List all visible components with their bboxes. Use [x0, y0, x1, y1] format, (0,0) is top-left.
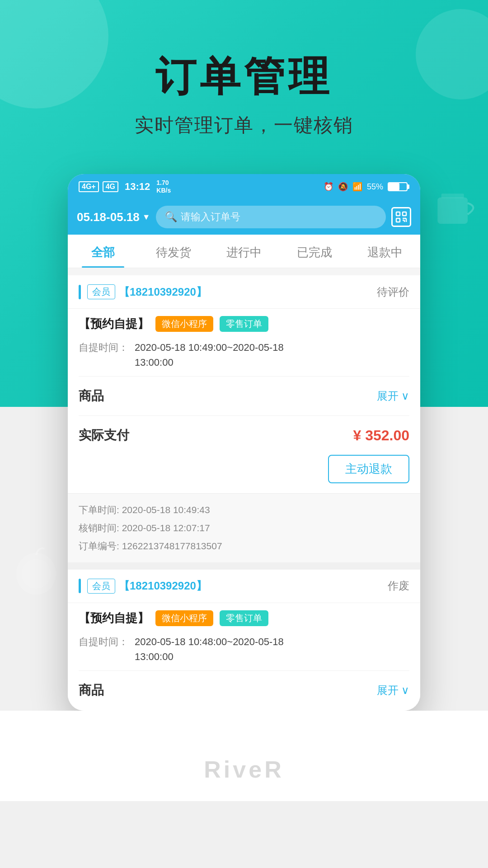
left-bar-1	[79, 285, 81, 299]
goods-row-1: 商品 展开 ∨	[79, 383, 409, 409]
alarm-icon: ⏰	[324, 182, 333, 192]
chevron-down-icon: ▼	[142, 212, 150, 222]
badge-retail-2: 零售订单	[220, 610, 268, 626]
member-phone-1[interactable]: 【18210392920】	[119, 285, 207, 299]
page-title: 订单管理	[0, 54, 488, 99]
page-subtitle: 实时管理订单，一键核销	[0, 113, 488, 138]
bottom-area: RiveR	[0, 711, 488, 801]
cup-decoration	[429, 190, 483, 235]
goods-row-2: 商品 展开 ∨	[79, 677, 409, 703]
search-placeholder: 请输入订单号	[181, 210, 240, 224]
tab-bar: 全部 待发货 进行中 已完成 退款中	[68, 235, 420, 268]
expand-btn-2[interactable]: 展开 ∨	[377, 683, 409, 698]
status-left: 4G+ 4G 13:12 1.70KB/s	[79, 179, 171, 194]
order-type-text-2: 【预约自提】	[79, 610, 149, 626]
divider-2	[79, 415, 409, 416]
order-header-2: 会员 【18210392920】 作废	[68, 570, 420, 603]
member-badge-1: 会员	[87, 284, 115, 299]
status-right: ⏰ 🔕 📶 55%	[324, 182, 409, 192]
order-header-1: 会员 【18210392920】 待评价	[68, 275, 420, 309]
action-row-1: 主动退款	[79, 448, 409, 486]
pickup-label-2: 自提时间：	[79, 634, 128, 664]
tab-pending[interactable]: 待发货	[138, 235, 209, 268]
order-card-2: 会员 【18210392920】 作废 【预约自提】 微信小程序 零售订单 自提…	[68, 570, 420, 711]
status-bar: 4G+ 4G 13:12 1.70KB/s ⏰ 🔕 📶 55%	[68, 174, 420, 199]
pickup-time-row-1: 自提时间： 2020-05-18 10:49:00~2020-05-1813:0…	[79, 340, 409, 370]
nav-bar: 05.18-05.18 ▼ 🔍 请输入订单号	[68, 199, 420, 235]
pickup-label-1: 自提时间：	[79, 340, 128, 370]
footer-order-no: 订单编号: 1262213748177813507	[79, 537, 409, 555]
order-card-1: 会员 【18210392920】 待评价 【预约自提】 微信小程序 零售订单 自…	[68, 275, 420, 562]
goods-label-1: 商品	[79, 387, 104, 405]
divider-3	[79, 670, 409, 671]
payment-row-1: 实际支付 ¥ 352.00	[79, 422, 409, 448]
member-badge-2: 会员	[87, 579, 115, 594]
svg-rect-4	[396, 212, 400, 216]
expand-btn-1[interactable]: 展开 ∨	[377, 389, 409, 403]
tab-all[interactable]: 全部	[68, 235, 138, 268]
chevron-down-icon-goods: ∨	[401, 390, 409, 402]
battery-bar	[388, 182, 409, 191]
scan-icon[interactable]	[391, 207, 411, 227]
pickup-value-2: 2020-05-18 10:48:00~2020-05-1813:00:00	[135, 634, 284, 664]
search-icon: 🔍	[165, 211, 177, 223]
pickup-time-row-2: 自提时间： 2020-05-18 10:48:00~2020-05-1813:0…	[79, 634, 409, 664]
order-type-row-2: 【预约自提】 微信小程序 零售订单	[79, 610, 409, 626]
badge-retail-1: 零售订单	[220, 316, 268, 332]
refund-button-1[interactable]: 主动退款	[328, 455, 409, 483]
tab-completed[interactable]: 已完成	[279, 235, 350, 268]
header-section: 订单管理 实时管理订单，一键核销	[0, 0, 488, 138]
order-status-1: 待评价	[377, 285, 409, 299]
divider-1	[79, 376, 409, 377]
left-bar-2	[79, 579, 81, 593]
status-speed: 1.70KB/s	[156, 179, 171, 194]
order-footer-1: 下单时间: 2020-05-18 10:49:43 核销时间: 2020-05-…	[68, 493, 420, 562]
payment-label-1: 实际支付	[79, 427, 129, 444]
svg-rect-3	[441, 193, 464, 198]
tab-inprogress[interactable]: 进行中	[209, 235, 279, 268]
search-box[interactable]: 🔍 请输入订单号	[156, 206, 386, 228]
phone-mockup: 4G+ 4G 13:12 1.70KB/s ⏰ 🔕 📶 55% 05.18-05…	[68, 174, 420, 711]
battery-percent: 55%	[367, 182, 383, 192]
svg-point-1	[22, 559, 51, 589]
order-type-row-1: 【预约自提】 微信小程序 零售订单	[79, 316, 409, 332]
chevron-down-icon-goods-2: ∨	[401, 684, 409, 697]
apple-decoration	[9, 542, 63, 597]
svg-rect-5	[403, 212, 406, 216]
svg-rect-2	[437, 198, 468, 224]
order-body-2: 【预约自提】 微信小程序 零售订单 自提时间： 2020-05-18 10:48…	[68, 603, 420, 711]
member-phone-2[interactable]: 【18210392920】	[119, 579, 207, 593]
date-selector[interactable]: 05.18-05.18 ▼	[77, 210, 150, 224]
footer-cancel-time: 核销时间: 2020-05-18 12:07:17	[79, 519, 409, 537]
order-type-text-1: 【预约自提】	[79, 316, 149, 332]
tab-refunding[interactable]: 退款中	[350, 235, 420, 268]
badge-wechat-2: 微信小程序	[155, 610, 213, 626]
order-status-2: 作废	[388, 579, 409, 593]
payment-value-1: ¥ 352.00	[353, 427, 409, 444]
signal-4g: 4G	[103, 181, 118, 192]
wifi-icon: 📶	[352, 182, 362, 192]
order-list: 会员 【18210392920】 待评价 【预约自提】 微信小程序 零售订单 自…	[68, 275, 420, 711]
footer-order-time: 下单时间: 2020-05-18 10:49:43	[79, 501, 409, 519]
svg-rect-6	[396, 218, 400, 222]
river-watermark: RiveR	[204, 756, 284, 783]
signal-4gplus: 4G+	[79, 181, 99, 192]
notification-icon: 🔕	[338, 182, 348, 192]
order-body-1: 【预约自提】 微信小程序 零售订单 自提时间： 2020-05-18 10:49…	[68, 309, 420, 493]
goods-label-2: 商品	[79, 682, 104, 699]
date-range-text: 05.18-05.18	[77, 210, 140, 224]
badge-wechat-1: 微信小程序	[155, 316, 213, 332]
status-time: 13:12	[125, 181, 150, 193]
pickup-value-1: 2020-05-18 10:49:00~2020-05-1813:00:00	[135, 340, 284, 370]
